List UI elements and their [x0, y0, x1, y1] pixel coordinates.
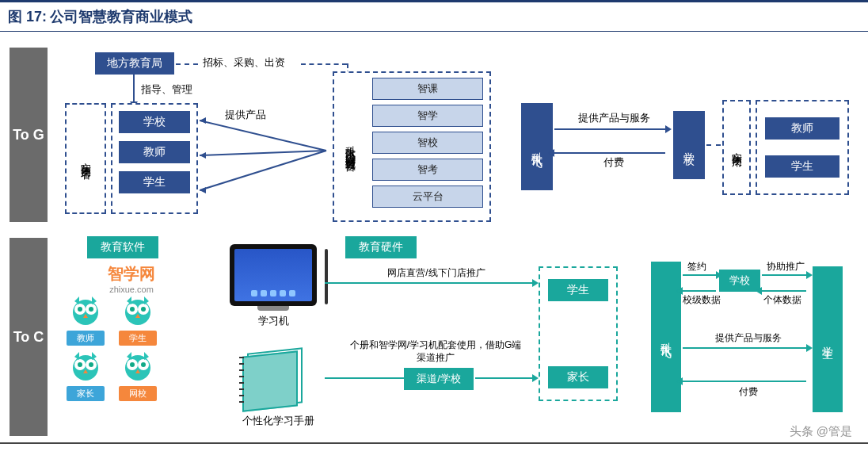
dash-line — [301, 63, 347, 65]
box-kdxf: 科大讯飞 — [521, 103, 553, 190]
prod-zhikao: 智考 — [372, 159, 483, 181]
label-sign: 签约 — [687, 260, 706, 273]
label-bid: 招标、采购、出资 — [203, 55, 285, 70]
box-users-right: 教师 学生 — [756, 100, 849, 195]
box-customers: 学生 家长 — [539, 266, 618, 401]
label-provide-service: 提供产品与服务 — [562, 111, 665, 125]
box-student: 学生 — [119, 171, 190, 193]
owl-icon — [68, 350, 103, 384]
dash-line — [706, 144, 721, 146]
band-toc: To C — [10, 238, 48, 436]
booklet-label: 个性化学习手册 — [234, 414, 322, 428]
box-parent-c: 家长 — [548, 366, 608, 388]
svg-point-16 — [141, 307, 146, 312]
label-guide: 指导、管理 — [141, 82, 192, 97]
box-actual-users: 学校 教师 学生 — [111, 103, 198, 214]
box-actual-users-label: 实际使用者 — [65, 103, 106, 214]
box-student-right: 学生 — [813, 266, 843, 412]
label-pay: 付费 — [562, 155, 665, 170]
band-tog: To G — [10, 48, 48, 222]
svg-marker-3 — [200, 117, 206, 124]
box-teacher-r: 教师 — [765, 117, 839, 140]
zhixue-name: 智学网 — [76, 263, 187, 285]
svg-point-10 — [89, 307, 93, 312]
label-assist: 协助推广 — [767, 260, 805, 273]
svg-marker-4 — [200, 152, 206, 159]
label-indiv-data: 个体数据 — [763, 293, 801, 307]
diagram-canvas: To G 地方教育局 招标、采购、出资 指导、管理 实际使用者 学校 教师 学生… — [0, 32, 868, 444]
label-store-promo: 网店直营/线下门店推广 — [361, 266, 512, 280]
label-provide-service-c: 提供产品与服务 — [689, 331, 808, 345]
label-kdxf-project: 科大讯飞区域因材施教项目 — [334, 73, 366, 220]
zhixue-url: zhixue.com — [76, 285, 187, 294]
arrow-left — [762, 290, 806, 292]
figure-title: 公司智慧教育商业模式 — [50, 7, 192, 26]
arrow-right — [554, 128, 665, 130]
svg-line-0 — [200, 120, 326, 151]
svg-point-28 — [141, 362, 146, 367]
dash-line — [176, 63, 198, 65]
svg-point-22 — [89, 362, 93, 367]
box-edu-software: 教育软件 — [87, 236, 158, 258]
prod-zhixue: 智学 — [372, 105, 483, 127]
prod-zhixiao: 智校 — [372, 132, 483, 154]
line — [325, 377, 404, 379]
tablet-mock: 学习机 — [230, 244, 317, 328]
arrow-right — [683, 347, 806, 349]
zhixue-brand: 智学网 zhixue.com — [76, 263, 187, 294]
prod-cloud: 云平台 — [372, 186, 483, 208]
svg-marker-5 — [200, 187, 206, 193]
svg-point-27 — [130, 362, 135, 367]
arrow-left — [554, 152, 665, 154]
tag-teacher: 教师 — [67, 331, 105, 346]
svg-line-2 — [200, 151, 326, 190]
arrow-down — [133, 75, 135, 101]
booklet-mock: 个性化学习手册 — [234, 350, 322, 428]
owl-icon — [120, 350, 155, 384]
converge-lines — [200, 111, 334, 214]
box-edu-hardware: 教育硬件 — [345, 236, 417, 258]
box-school-right: 学校 — [673, 111, 705, 179]
box-student-c: 学生 — [548, 279, 608, 301]
figure-title-bar: 图 17: 公司智慧教育商业模式 — [0, 0, 868, 32]
arrow-right — [762, 274, 806, 276]
arrow-left — [683, 290, 716, 292]
box-actual-use-r: 实际使用 — [722, 100, 751, 195]
tag-netschool: 网校 — [119, 386, 157, 401]
svg-point-15 — [130, 307, 135, 312]
tag-parent: 家长 — [67, 386, 105, 401]
box-student-r: 学生 — [765, 155, 839, 178]
tablet-label: 学习机 — [230, 314, 317, 328]
watermark: 头条 @管是 — [790, 424, 852, 439]
box-teacher: 教师 — [119, 141, 190, 163]
box-school-c: 学校 — [719, 270, 760, 292]
arrow-left — [683, 381, 806, 382]
svg-point-21 — [78, 362, 82, 367]
box-edu-bureau: 地方教育局 — [95, 52, 174, 75]
box-kdxf-project: 科大讯飞区域因材施教项目 智课 智学 智校 智考 云平台 — [333, 71, 491, 222]
bottom-rule — [0, 442, 868, 444]
owl-grid: 教师 学生 家长 网校 — [67, 295, 201, 401]
box-channel: 渠道/学校 — [404, 368, 474, 390]
tag-student: 学生 — [119, 331, 157, 346]
figure-number: 图 17: — [8, 7, 47, 26]
arrow-right — [325, 282, 532, 284]
label-school-data: 校级数据 — [683, 293, 721, 307]
svg-line-1 — [200, 151, 326, 155]
box-school: 学校 — [119, 111, 190, 133]
label-pay-c: 付费 — [689, 385, 808, 399]
owl-icon — [120, 295, 155, 329]
prod-zhike: 智课 — [372, 78, 483, 100]
svg-point-9 — [78, 307, 82, 312]
box-kdxf-c: 科大讯飞 — [651, 262, 681, 412]
arrow-right — [475, 377, 532, 379]
label-bundle: 个册和智学网/学习机配套使用，借助G端渠道推广 — [348, 339, 523, 364]
owl-icon — [68, 295, 103, 329]
arrow-right — [683, 274, 716, 276]
